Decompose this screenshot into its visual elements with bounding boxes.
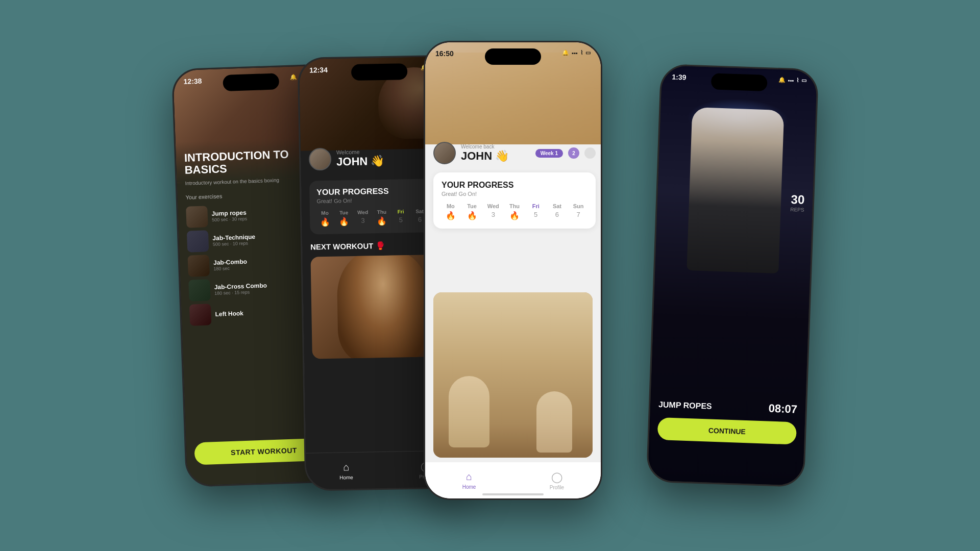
status-icons: 🔔 ▪▪▪ ⌇ ▭ — [562, 49, 591, 56]
wifi-icon: ⌇ — [580, 49, 583, 56]
day-label: Sat — [553, 203, 561, 209]
phone-light-home: 16:50 🔔 ▪▪▪ ⌇ ▭ Welcome back JOH — [424, 41, 602, 500]
progress-card: YOUR PROGRESS Great! Go On! Mo 🔥 Tue 🔥 W… — [433, 172, 596, 229]
day-col: Wed 3 — [484, 203, 502, 218]
reps-label: Reps — [790, 207, 804, 213]
day-col: Mo 🔥 — [442, 203, 460, 220]
athlete-figure — [687, 107, 784, 273]
day-col: Tue 🔥 — [463, 203, 481, 220]
continue-button[interactable]: Continue — [657, 417, 797, 444]
avatar — [433, 142, 456, 164]
timer-display: 08:07 — [768, 402, 797, 416]
welcome-text: Welcome JOHN 👋 — [336, 148, 420, 169]
dynamic-island — [485, 48, 541, 65]
exercise-thumb-jab-combo — [188, 255, 210, 277]
day-label: Sun — [573, 203, 584, 209]
day-value: 🔥 — [377, 216, 387, 226]
wifi-icon: ⌇ — [796, 77, 799, 84]
status-time: 12:34 — [309, 66, 328, 74]
num-badge: 2 — [568, 147, 579, 159]
wave-emoji: 👋 — [371, 155, 384, 168]
day-value: 🔥 — [320, 217, 330, 227]
day-label: Mo — [321, 210, 329, 216]
progress-title: YOUR PROGRESS — [442, 181, 587, 190]
day-value: 🔥 — [339, 217, 349, 227]
user-name: JOHN 👋 — [336, 154, 420, 169]
day-label: Sat — [415, 209, 424, 214]
day-col: Mo 🔥 — [317, 210, 333, 228]
day-value: 🔥 — [509, 211, 520, 220]
day-value: 🔥 — [446, 211, 456, 220]
avatar — [309, 148, 332, 171]
exercise-thumb-jump-rope — [186, 206, 208, 228]
reps-display: 30 Reps — [790, 192, 805, 213]
day-label-active: Fri — [398, 209, 404, 214]
status-time: 16:50 — [435, 49, 454, 58]
nav-item-home[interactable]: ⌂ Home — [306, 461, 386, 481]
exercise-thumb-jab-cross — [188, 280, 210, 302]
phone-timer: 1:39 🔔 ▪▪▪ ⌇ ▭ 30 Reps JUMP RO — [646, 64, 819, 487]
wave-emoji: 👋 — [495, 149, 509, 163]
welcome-text: Welcome back JOHN 👋 — [461, 144, 530, 163]
welcome-row: Welcome back JOHN 👋 Week 1 2 — [433, 142, 596, 164]
signal-icon: ▪▪▪ — [572, 50, 578, 56]
nav-label-home: Home — [339, 474, 353, 480]
day-col: Tue 🔥 — [336, 210, 352, 227]
dynamic-island — [711, 73, 768, 91]
day-label: Wed — [357, 209, 368, 215]
exercise-name: JUMP ROPES — [658, 400, 712, 411]
day-col: Thu 🔥 — [505, 203, 524, 220]
day-label: Thu — [377, 209, 387, 215]
day-label: Tue — [339, 210, 348, 215]
day-value: 6 — [555, 211, 559, 218]
day-value: 5 — [534, 211, 537, 218]
day-value: 7 — [577, 211, 580, 218]
day-col: Thu 🔥 — [374, 209, 390, 227]
exercise-thumb-jab-tech — [187, 231, 209, 253]
day-label-active: Fri — [532, 203, 540, 209]
user-name: JOHN 👋 — [461, 149, 530, 163]
signal-icon: ▪▪▪ — [788, 77, 794, 83]
day-label: Thu — [509, 203, 520, 209]
welcome-section: Welcome back JOHN 👋 Week 1 2 YOUR PROGRE… — [425, 142, 601, 498]
day-label: Mo — [447, 203, 455, 209]
day-value: 🔥 — [467, 211, 477, 220]
day-col: Wed 3 — [355, 209, 371, 224]
week-badge-purple: Week 1 — [535, 149, 563, 158]
battery-icon: ▭ — [585, 49, 591, 56]
phones-container: 12:38 🔔 ▪▪▪ ⌇ ▭ INTRODUCTION TO BASICS I… — [133, 31, 847, 520]
status-icons: 🔔 ▪▪▪ ⌇ ▭ — [778, 77, 807, 84]
day-value: 6 — [418, 216, 422, 223]
day-col: Sat 6 — [548, 203, 567, 218]
battery-icon: ▭ — [801, 77, 806, 84]
status-time: 12:38 — [183, 77, 202, 86]
day-col: Sun 7 — [569, 203, 587, 218]
day-value: 3 — [361, 217, 364, 224]
days-grid: Mo 🔥 Tue 🔥 Wed 3 Thu � — [442, 203, 587, 220]
day-label: Wed — [487, 203, 499, 209]
workout-info-bar: JUMP ROPES 08:07 Continue — [649, 398, 806, 445]
status-time: 1:39 — [672, 73, 687, 82]
progress-subtitle: Great! Go On! — [442, 191, 587, 197]
day-value: 3 — [492, 211, 495, 218]
day-col: Fri 5 — [527, 203, 545, 218]
exercise-thumb-left-hook — [189, 304, 211, 326]
extra-badge — [584, 147, 596, 159]
torso-shape — [336, 255, 430, 359]
dynamic-island — [223, 73, 279, 91]
day-value: 5 — [399, 216, 403, 223]
dynamic-island — [351, 63, 408, 81]
day-col: Fri 5 — [393, 209, 409, 224]
welcome-label: Welcome back — [461, 144, 530, 149]
exercise-name-text: JUMP ROPES — [658, 400, 712, 411]
bell-icon: 🔔 — [562, 49, 569, 56]
bell-icon: 🔔 — [778, 77, 786, 83]
reps-number: 30 — [791, 192, 805, 207]
home-icon: ⌂ — [343, 461, 349, 473]
day-label: Tue — [467, 203, 477, 209]
bell-icon: 🔔 — [290, 73, 297, 80]
